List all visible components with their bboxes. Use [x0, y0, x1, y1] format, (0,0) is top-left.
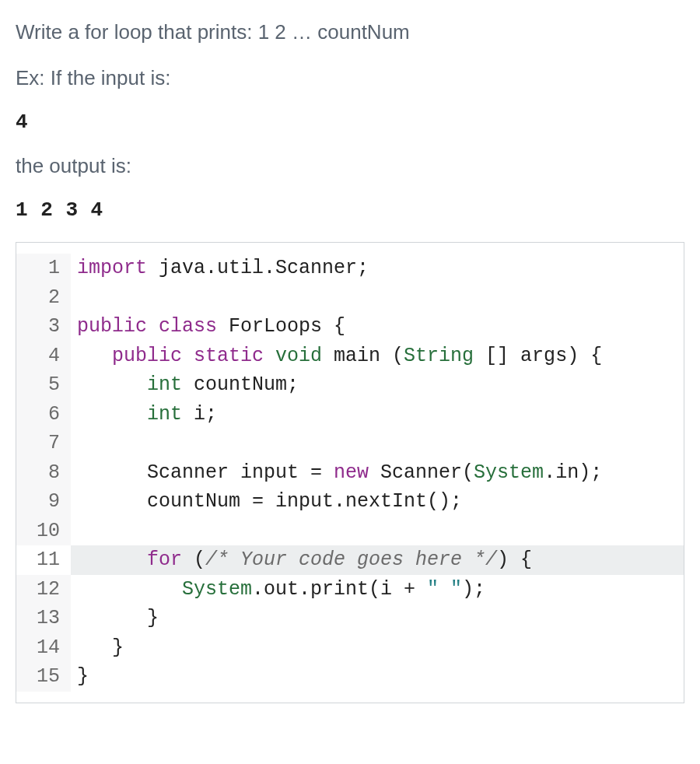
- line-number: 10: [16, 517, 71, 546]
- line-number: 4: [16, 342, 71, 371]
- code-content[interactable]: for (/* Your code goes here */) {: [71, 545, 532, 575]
- code-line[interactable]: 2: [16, 283, 684, 313]
- code-editor[interactable]: 1import java.util.Scanner;23public class…: [16, 242, 684, 703]
- code-line[interactable]: 6 int i;: [16, 400, 684, 429]
- code-line[interactable]: 15}: [16, 662, 684, 692]
- line-number: 12: [16, 575, 71, 605]
- code-line[interactable]: 1import java.util.Scanner;: [16, 254, 684, 283]
- code-content[interactable]: }: [71, 633, 124, 663]
- line-number: 11: [16, 545, 71, 575]
- line-number: 8: [16, 458, 71, 488]
- code-line[interactable]: 10: [16, 517, 684, 546]
- code-content[interactable]: System.out.print(i + " ");: [71, 575, 485, 605]
- code-content[interactable]: }: [71, 604, 159, 633]
- code-content[interactable]: int i;: [71, 400, 217, 429]
- code-line[interactable]: 14 }: [16, 633, 684, 663]
- line-number: 15: [16, 662, 71, 692]
- code-content[interactable]: countNum = input.nextInt();: [71, 487, 462, 517]
- line-number: 13: [16, 604, 71, 633]
- code-content[interactable]: int countNum;: [71, 370, 299, 400]
- code-line[interactable]: 11 for (/* Your code goes here */) {: [16, 545, 684, 575]
- code-content[interactable]: }: [71, 662, 89, 692]
- line-number: 6: [16, 400, 71, 429]
- code-line[interactable]: 9 countNum = input.nextInt();: [16, 487, 684, 517]
- line-number: 3: [16, 312, 71, 342]
- code-line[interactable]: 7: [16, 429, 684, 458]
- line-number: 1: [16, 254, 71, 283]
- example-output: 1 2 3 4: [16, 198, 684, 222]
- code-line[interactable]: 13 }: [16, 604, 684, 633]
- line-number: 2: [16, 283, 71, 313]
- code-content[interactable]: Scanner input = new Scanner(System.in);: [71, 458, 602, 488]
- exercise-page: Write a for loop that prints: 1 2 … coun…: [0, 0, 700, 764]
- example-input-label: Ex: If the input is:: [16, 66, 684, 90]
- code-line[interactable]: 5 int countNum;: [16, 370, 684, 400]
- code-line[interactable]: 3public class ForLoops {: [16, 312, 684, 342]
- prompt-question: Write a for loop that prints: 1 2 … coun…: [16, 19, 684, 46]
- example-input: 4: [16, 110, 684, 134]
- code-line[interactable]: 8 Scanner input = new Scanner(System.in)…: [16, 458, 684, 488]
- line-number: 7: [16, 429, 71, 458]
- code-content[interactable]: import java.util.Scanner;: [71, 254, 369, 283]
- line-number: 9: [16, 487, 71, 517]
- line-number: 14: [16, 633, 71, 663]
- example-output-label: the output is:: [16, 154, 684, 178]
- code-line[interactable]: 4 public static void main (String [] arg…: [16, 342, 684, 371]
- code-content[interactable]: public static void main (String [] args)…: [71, 342, 602, 371]
- code-line[interactable]: 12 System.out.print(i + " ");: [16, 575, 684, 605]
- line-number: 5: [16, 370, 71, 400]
- code-content[interactable]: public class ForLoops {: [71, 312, 345, 342]
